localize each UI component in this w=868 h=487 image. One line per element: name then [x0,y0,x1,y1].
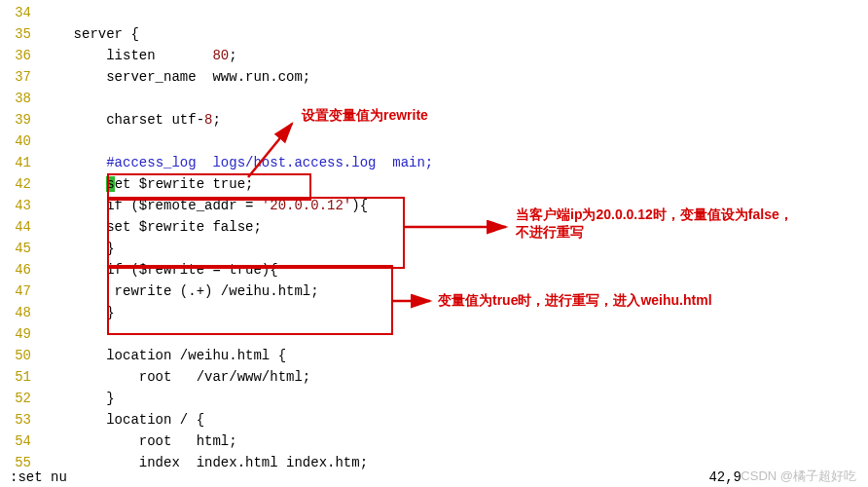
code-line: 51 root /var/www/html; [0,366,868,388]
code-line: 52 } [0,388,868,409]
watermark: CSDN @橘子超好吃 [741,468,856,485]
code-content [41,2,868,23]
code-line: 53 location / { [0,409,868,431]
line-number: 34 [0,2,41,23]
code-content: listen 80; [41,45,868,66]
code-content [41,131,868,152]
code-content: server_name www.run.com; [41,66,868,88]
line-number: 45 [0,238,41,259]
line-number: 36 [0,45,41,66]
code-line: 40 [0,131,868,152]
code-content [41,323,868,345]
status-right: 42,9 [708,469,741,485]
line-number: 35 [0,23,41,45]
code-line: 49 [0,323,868,345]
code-content: } [41,388,868,409]
line-number: 50 [0,345,41,366]
line-number: 47 [0,281,41,302]
code-content: location /weihu.html { [41,345,868,366]
line-number: 48 [0,302,41,323]
code-line: 35 server { [0,23,868,45]
annotation-1: 设置变量值为rewrite [302,107,428,125]
code-content: root html; [41,431,868,452]
line-number: 38 [0,88,41,109]
code-line: 42 set $rewrite true; [0,173,868,195]
code-content: root /var/www/html; [41,366,868,388]
code-content: server { [41,23,868,45]
code-line: 46 if ($rewrite = true){ [0,259,868,281]
code-line: 47 rewrite (.+) /weihu.html; [0,281,868,302]
annotation-2: 当客户端ip为20.0.0.12时，变量值设为false，不进行重写 [516,206,793,242]
code-line: 39 charset utf-8; [0,109,868,131]
line-number: 41 [0,152,41,173]
code-content: #access_log logs/host.access.log main; [41,152,868,173]
code-content: set $rewrite true; [41,173,868,195]
code-line: 34 [0,2,868,23]
code-content: if ($rewrite = true){ [41,259,868,281]
code-line: 50 location /weihu.html { [0,345,868,366]
line-number: 53 [0,409,41,431]
code-line: 41 #access_log logs/host.access.log main… [0,152,868,173]
code-line: 48 } [0,302,868,323]
code-content: charset utf-8; [41,109,868,131]
line-number: 51 [0,366,41,388]
line-number: 39 [0,109,41,131]
code-content [41,88,868,109]
code-content: location / { [41,409,868,431]
line-number: 37 [0,66,41,88]
status-left: :set nu [10,469,67,485]
line-number: 52 [0,388,41,409]
line-number: 54 [0,431,41,452]
annotation-3: 变量值为true时，进行重写，进入weihu.html [438,292,712,310]
line-number: 40 [0,131,41,152]
line-number: 44 [0,216,41,238]
line-number: 49 [0,323,41,345]
line-number: 43 [0,195,41,216]
code-line: 37 server_name www.run.com; [0,66,868,88]
code-line: 38 [0,88,868,109]
line-number: 42 [0,173,41,195]
code-line: 54 root html; [0,431,868,452]
code-line: 36 listen 80; [0,45,868,66]
line-number: 46 [0,259,41,281]
